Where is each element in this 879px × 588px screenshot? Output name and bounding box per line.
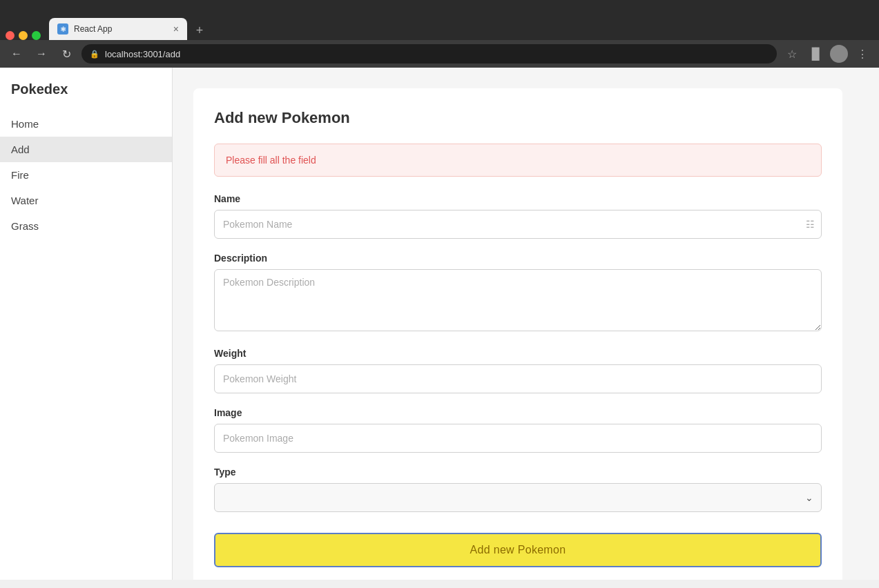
sidebar-item-water[interactable]: Water	[0, 188, 172, 213]
page-title: Add new Pokemon	[214, 109, 822, 127]
error-alert: Please fill all the field	[214, 144, 822, 177]
form-card: Add new Pokemon Please fill all the fiel…	[193, 88, 842, 580]
bookmark-button[interactable]: ☆	[782, 44, 802, 63]
type-field-group: Type Fire Water Grass ⌄	[214, 467, 822, 512]
sidebar-item-add[interactable]: Add	[0, 137, 172, 162]
sidebar-item-fire[interactable]: Fire	[0, 162, 172, 188]
forward-button[interactable]: →	[32, 44, 51, 63]
description-input[interactable]	[214, 269, 822, 331]
profile-icon[interactable]	[829, 44, 849, 63]
type-select[interactable]: Fire Water Grass	[214, 483, 822, 512]
weight-input[interactable]	[214, 364, 822, 393]
tab-favicon: ⚛	[57, 23, 68, 35]
description-field-group: Description	[214, 253, 822, 334]
minimize-button[interactable]	[19, 31, 28, 40]
tab-close-button[interactable]: ×	[173, 23, 179, 35]
type-select-wrapper: Fire Water Grass ⌄	[214, 483, 822, 512]
maximize-button[interactable]	[32, 31, 41, 40]
sidebar-item-grass[interactable]: Grass	[0, 213, 172, 239]
traffic-lights	[6, 31, 41, 40]
sidebar: Pokedex Home Add Fire Water Grass	[0, 68, 173, 580]
name-field-group: Name ☷	[214, 193, 822, 239]
name-label: Name	[214, 193, 822, 204]
image-input[interactable]	[214, 424, 822, 453]
tab-title: React App	[74, 24, 168, 34]
name-input-wrapper: ☷	[214, 210, 822, 239]
nav-bar: ← → ↻ 🔒 localhost:3001/add ☆ ▐▌ ⋮	[0, 40, 879, 68]
new-tab-button[interactable]: +	[190, 21, 209, 40]
image-label: Image	[214, 407, 822, 418]
url-text: localhost:3001/add	[105, 49, 180, 59]
reload-button[interactable]: ↻	[57, 44, 76, 63]
browser-titlebar	[0, 0, 879, 14]
type-label: Type	[214, 467, 822, 478]
tab-bar: ⚛ React App × +	[0, 14, 879, 40]
error-message: Please fill all the field	[226, 155, 316, 166]
browser-tab[interactable]: ⚛ React App ×	[49, 18, 187, 40]
nav-actions: ☆ ▐▌ ⋮	[782, 44, 872, 63]
name-input-icon: ☷	[806, 219, 815, 230]
close-button[interactable]	[6, 31, 15, 40]
name-input[interactable]	[214, 210, 822, 239]
image-field-group: Image	[214, 407, 822, 453]
app-container: Pokedex Home Add Fire Water Grass Add ne…	[0, 68, 879, 580]
menu-button[interactable]: ⋮	[853, 44, 872, 63]
back-button[interactable]: ←	[7, 44, 26, 63]
address-bar[interactable]: 🔒 localhost:3001/add	[81, 44, 777, 63]
weight-label: Weight	[214, 348, 822, 359]
main-content: Add new Pokemon Please fill all the fiel…	[173, 68, 879, 580]
avatar	[830, 45, 848, 63]
sidebar-title: Pokedex	[0, 81, 172, 111]
lock-icon: 🔒	[90, 50, 99, 59]
weight-field-group: Weight	[214, 348, 822, 393]
description-label: Description	[214, 253, 822, 264]
extensions-button[interactable]: ▐▌	[806, 44, 825, 63]
sidebar-item-home[interactable]: Home	[0, 111, 172, 137]
submit-button[interactable]: Add new Pokemon	[214, 533, 822, 567]
